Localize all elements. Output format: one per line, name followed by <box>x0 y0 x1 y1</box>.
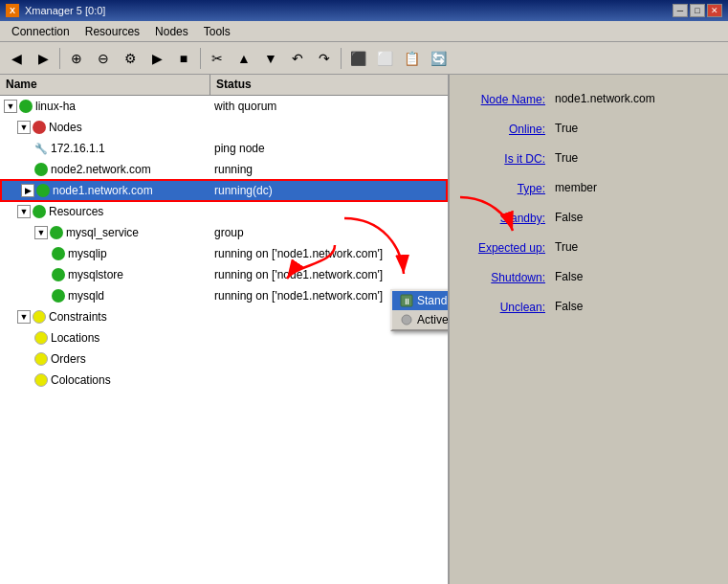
col-header-name: Name <box>0 75 210 95</box>
tool-undo[interactable]: ↶ <box>285 46 310 71</box>
prop-value-expected-up: True <box>555 240 578 254</box>
prop-value-is-dc: True <box>555 151 578 165</box>
menu-item-standby[interactable]: ⏸ Standby <box>392 291 450 310</box>
prop-row-type: Type: member <box>469 181 709 195</box>
prop-row-expected-up: Expected up: True <box>469 240 709 255</box>
prop-label-expected-up[interactable]: Expected up: <box>469 240 555 255</box>
standby-icon: ⏸ <box>400 294 413 307</box>
tool-remove[interactable]: ⊖ <box>91 46 116 71</box>
expand-constraints[interactable]: ▼ <box>17 310 31 324</box>
icon-node1 <box>36 184 50 197</box>
icon-nodes <box>33 121 46 134</box>
maximize-button[interactable]: □ <box>690 4 705 17</box>
tool-forward[interactable]: ▶ <box>31 46 55 71</box>
tool-up[interactable]: ▲ <box>232 46 256 71</box>
prop-label-standby[interactable]: Standby: <box>469 211 555 225</box>
window-controls[interactable]: ─ □ ✕ <box>673 4 722 17</box>
prop-row-shutdown: Shutdown: False <box>469 270 709 284</box>
label-mysqlstore: mysqlstore <box>68 268 123 281</box>
tree-row-mysqld[interactable]: mysqld running on ['node1.network.com'] <box>0 285 448 306</box>
tool-expand[interactable]: ⬛ <box>345 46 370 71</box>
prop-label-node-name[interactable]: Node Name: <box>469 92 555 106</box>
tree-row-mysql-service[interactable]: ▼ mysql_service group <box>0 222 448 243</box>
tree-row-node2[interactable]: node2.network.com running <box>0 159 448 180</box>
tree-row-nodes[interactable]: ▼ Nodes <box>0 117 448 138</box>
expand-nodes[interactable]: ▼ <box>17 121 31 134</box>
tree-row-orders[interactable]: Orders <box>0 348 448 370</box>
tool-refresh[interactable]: 🔄 <box>426 46 451 71</box>
tool-copy[interactable]: 📋 <box>399 46 424 71</box>
prop-label-unclean[interactable]: Unclean: <box>469 300 555 314</box>
label-colocations: Colocations <box>51 373 111 387</box>
column-headers: Name Status <box>0 75 448 96</box>
toolbar-sep-1 <box>59 48 60 69</box>
tree-row-resources[interactable]: ▼ Resources <box>0 201 448 222</box>
prop-value-standby: False <box>555 211 583 224</box>
close-button[interactable]: ✕ <box>707 4 722 17</box>
icon-mysqlip <box>52 247 65 260</box>
prop-label-shutdown[interactable]: Shutdown: <box>469 270 555 284</box>
status-node1: running(dc) <box>210 184 448 197</box>
minimize-button[interactable]: ─ <box>673 4 688 17</box>
svg-text:⏸: ⏸ <box>403 297 411 306</box>
tree-row-mysqlip[interactable]: mysqlip running on ['node1.network.com'] <box>0 243 448 264</box>
status-mysqlip: running on ['node1.network.com'] <box>210 247 448 260</box>
expand-resources[interactable]: ▼ <box>17 205 31 218</box>
tree-row-constraints[interactable]: ▼ Constraints <box>0 306 448 327</box>
label-node1: node1.network.com <box>53 184 153 197</box>
prop-label-online[interactable]: Online: <box>469 122 555 136</box>
label-ip172: 172.16.1.1 <box>51 142 105 155</box>
label-orders: Orders <box>51 352 86 366</box>
tool-redo[interactable]: ↷ <box>312 46 337 71</box>
prop-label-is-dc[interactable]: Is it DC: <box>469 151 555 166</box>
prop-value-shutdown: False <box>555 270 583 283</box>
menu-tools[interactable]: Tools <box>196 23 238 40</box>
status-mysql-service: group <box>210 226 448 239</box>
tree-row-node1[interactable]: ▶ node1.network.com running(dc) <box>0 180 448 201</box>
col-header-status: Status <box>210 75 448 95</box>
tree-row-ip172[interactable]: 🔧 172.16.1.1 ping node <box>0 138 448 159</box>
status-ip172: ping node <box>210 142 448 155</box>
menu-item-active[interactable]: Active <box>392 310 450 329</box>
status-node2: running <box>210 163 448 176</box>
tool-stop[interactable]: ■ <box>171 46 196 71</box>
prop-value-unclean: False <box>555 300 583 313</box>
tool-config[interactable]: ⚙ <box>118 46 143 71</box>
status-linux-ha: with quorum <box>210 100 448 113</box>
tool-cut[interactable]: ✂ <box>205 46 230 71</box>
tool-play[interactable]: ▶ <box>144 46 169 71</box>
toolbar-sep-3 <box>341 48 342 69</box>
tool-back[interactable]: ◀ <box>4 46 29 71</box>
tool-add[interactable]: ⊕ <box>64 46 89 71</box>
context-menu: ⏸ Standby Active <box>390 289 450 331</box>
prop-row-unclean: Unclean: False <box>469 300 709 314</box>
label-mysqld: mysqld <box>68 289 104 303</box>
menu-nodes[interactable]: Nodes <box>147 23 196 40</box>
expand-node1[interactable]: ▶ <box>21 184 34 197</box>
tree-row-colocations[interactable]: Colocations <box>0 370 448 391</box>
expand-mysql-service[interactable]: ▼ <box>34 226 48 239</box>
prop-value-type: member <box>555 181 597 194</box>
label-linux-ha: linux-ha <box>35 100 76 113</box>
expand-linux-ha[interactable]: ▼ <box>4 100 17 113</box>
tool-down[interactable]: ▼ <box>258 46 283 71</box>
tree-row-locations[interactable]: Locations <box>0 327 448 348</box>
prop-value-online: True <box>555 122 578 135</box>
prop-row-node-name: Node Name: node1.network.com <box>469 92 709 106</box>
tool-collapse[interactable]: ⬜ <box>372 46 397 71</box>
icon-mysqlstore <box>52 268 65 281</box>
tree-row-mysqlstore[interactable]: mysqlstore running on ['node1.network.co… <box>0 264 448 285</box>
label-node2: node2.network.com <box>51 163 151 176</box>
properties-panel: Node Name: node1.network.com Online: Tru… <box>450 75 728 584</box>
tree-row-linux-ha[interactable]: ▼ linux-ha with quorum <box>0 96 448 117</box>
menu-connection[interactable]: Connection <box>4 23 77 40</box>
label-mysqlip: mysqlip <box>68 247 107 260</box>
menu-resources[interactable]: Resources <box>77 23 147 40</box>
active-label: Active <box>417 313 449 326</box>
label-mysql-service: mysql_service <box>66 226 139 239</box>
tree-panel: Name Status ▼ linux-ha with quorum ▼ <box>0 75 450 584</box>
label-locations: Locations <box>51 331 99 345</box>
icon-colocations <box>34 373 48 387</box>
status-mysqlstore: running on ['node1.network.com'] <box>210 268 448 281</box>
prop-label-type[interactable]: Type: <box>469 181 555 195</box>
